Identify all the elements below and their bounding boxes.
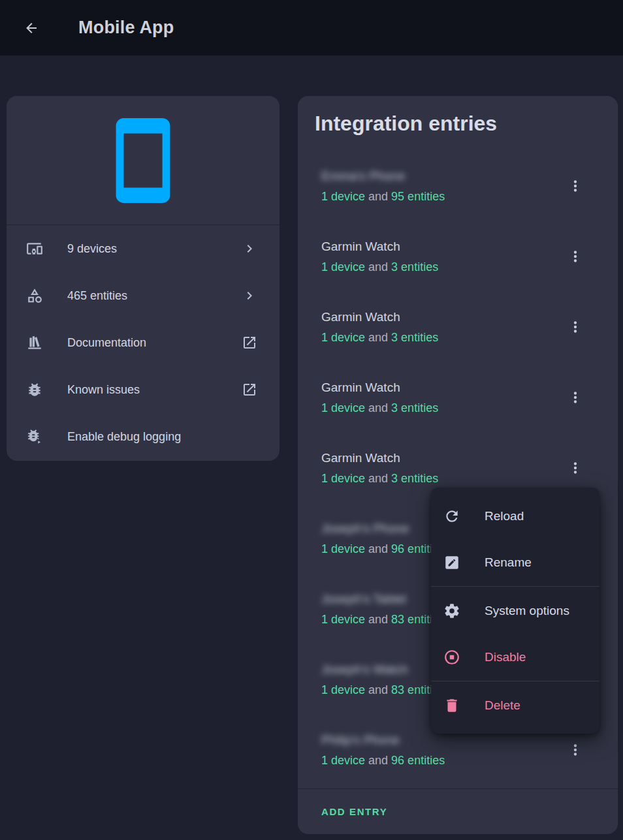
reload-icon — [443, 508, 460, 525]
entry-entities-link[interactable]: 3 entities — [391, 260, 438, 273]
entry-devices-link[interactable]: 1 device — [321, 613, 365, 626]
bug-play-icon — [26, 428, 43, 445]
shapes-icon — [26, 287, 43, 304]
entry-devices-link[interactable]: 1 device — [321, 754, 365, 767]
overview-link-label: Documentation — [67, 336, 242, 350]
entry-conjunction: and — [368, 613, 388, 626]
menu-divider — [431, 586, 599, 587]
trash-icon — [443, 697, 460, 714]
entry-summary: 1 deviceand96 entities — [321, 753, 567, 768]
context-menu-item[interactable]: Rename — [431, 539, 599, 585]
entry-name: Emma's Phone — [321, 168, 567, 184]
entry-conjunction: and — [368, 260, 388, 273]
entry-devices-link[interactable]: 1 device — [321, 401, 365, 414]
overview-links: 9 devices 465 entities Documentation Kno… — [7, 225, 280, 460]
entry-name: Garmin Watch — [321, 309, 567, 325]
menu-divider — [431, 681, 599, 681]
overview-link-label: 9 devices — [67, 242, 242, 256]
entry-summary: 1 deviceand3 entities — [321, 400, 567, 416]
entry-entities-link[interactable]: 96 entities — [391, 754, 445, 767]
entry-row: Garmin Watch 1 deviceand3 entities — [298, 362, 618, 433]
entry-summary: 1 deviceand95 entities — [321, 189, 567, 204]
entry-row: Garmin Watch 1 deviceand3 entities — [298, 221, 618, 292]
context-menu-item-label: Disable — [485, 650, 526, 664]
entry-entities-link[interactable]: 95 entities — [391, 190, 445, 203]
back-button[interactable] — [16, 12, 47, 44]
overview-link-row[interactable]: Enable debug logging — [7, 413, 280, 460]
topbar: Mobile App — [0, 0, 623, 55]
integration-overview-card: 9 devices 465 entities Documentation Kno… — [7, 96, 280, 461]
entry-devices-link[interactable]: 1 device — [321, 472, 365, 485]
entry-conjunction: and — [368, 754, 388, 767]
entry-menu-button[interactable] — [567, 389, 584, 406]
entry-menu-button[interactable] — [567, 319, 584, 335]
entry-summary: 1 deviceand3 entities — [321, 330, 567, 345]
entry-devices-link[interactable]: 1 device — [321, 260, 365, 273]
dots-vertical-icon — [567, 741, 584, 758]
entry-name: Garmin Watch — [321, 239, 567, 255]
entry-conjunction: and — [368, 331, 388, 344]
entry-devices-link[interactable]: 1 device — [321, 683, 365, 696]
entry-entities-link[interactable]: 3 entities — [391, 331, 438, 344]
entry-conjunction: and — [368, 472, 388, 485]
context-menu-item-label: Delete — [485, 698, 520, 713]
dots-vertical-icon — [567, 248, 584, 265]
context-menu-item[interactable]: Delete — [431, 682, 599, 728]
entry-devices-link[interactable]: 1 device — [321, 542, 365, 555]
entry-conjunction: and — [368, 683, 388, 696]
open-in-new-icon — [242, 335, 257, 350]
dots-vertical-icon — [567, 459, 584, 476]
devices-icon — [26, 240, 43, 257]
chevron-right-icon — [242, 241, 257, 257]
dots-vertical-icon — [567, 319, 584, 335]
gear-icon — [443, 602, 460, 619]
entry-menu-button[interactable] — [567, 741, 584, 758]
overview-link-label: Enable debug logging — [67, 430, 257, 444]
entry-summary: 1 deviceand3 entities — [321, 259, 567, 275]
entries-card-title: Integration entries — [298, 96, 618, 136]
context-menu-item-label: Reload — [485, 509, 524, 523]
entry-conjunction: and — [368, 401, 388, 414]
open-in-new-icon — [242, 382, 257, 397]
entry-summary: 1 deviceand3 entities — [321, 471, 567, 486]
entry-name: Garmin Watch — [321, 450, 567, 466]
overview-link-row[interactable]: 465 entities — [7, 272, 280, 319]
chevron-right-icon — [242, 288, 257, 303]
bug-icon — [26, 381, 43, 398]
overview-link-label: Known issues — [67, 383, 242, 397]
entry-conjunction: and — [368, 190, 388, 203]
overview-link-row[interactable]: Documentation — [7, 319, 280, 366]
overview-link-row[interactable]: 9 devices — [7, 225, 280, 272]
context-menu-item[interactable]: Disable — [431, 634, 599, 680]
integration-logo — [7, 96, 280, 225]
overview-link-label: 465 entities — [67, 289, 242, 303]
bookshelf-icon — [26, 334, 43, 351]
entry-menu-button[interactable] — [567, 459, 584, 476]
entry-devices-link[interactable]: 1 device — [321, 190, 365, 203]
entry-row: Garmin Watch 1 deviceand3 entities — [298, 292, 618, 362]
context-menu-item-label: System options — [485, 604, 569, 618]
entry-row: Emma's Phone 1 deviceand95 entities — [298, 151, 618, 221]
entry-conjunction: and — [368, 542, 388, 555]
entry-entities-link[interactable]: 3 entities — [391, 401, 438, 414]
entry-name: Philip's Phone — [321, 732, 567, 748]
context-menu-item[interactable]: System options — [431, 587, 599, 634]
entry-context-menu: Reload Rename System options Disable — [431, 488, 599, 734]
entry-menu-button[interactable] — [567, 178, 584, 194]
entry-entities-link[interactable]: 3 entities — [391, 472, 438, 485]
stop-circle-icon — [443, 649, 460, 666]
context-menu-item[interactable]: Reload — [431, 493, 599, 539]
rename-icon — [443, 554, 460, 571]
overview-link-row[interactable]: Known issues — [7, 366, 280, 413]
page-title: Mobile App — [78, 18, 174, 38]
entry-name: Garmin Watch — [321, 380, 567, 396]
cellphone-icon — [97, 114, 189, 207]
entry-menu-button[interactable] — [567, 248, 584, 265]
arrow-left-icon — [24, 20, 39, 36]
dots-vertical-icon — [567, 389, 584, 406]
entries-card-footer: ADD ENTRY — [298, 788, 618, 834]
add-entry-button[interactable]: ADD ENTRY — [321, 806, 387, 817]
context-menu-item-label: Rename — [485, 555, 532, 570]
dots-vertical-icon — [567, 178, 584, 194]
entry-devices-link[interactable]: 1 device — [321, 331, 365, 344]
